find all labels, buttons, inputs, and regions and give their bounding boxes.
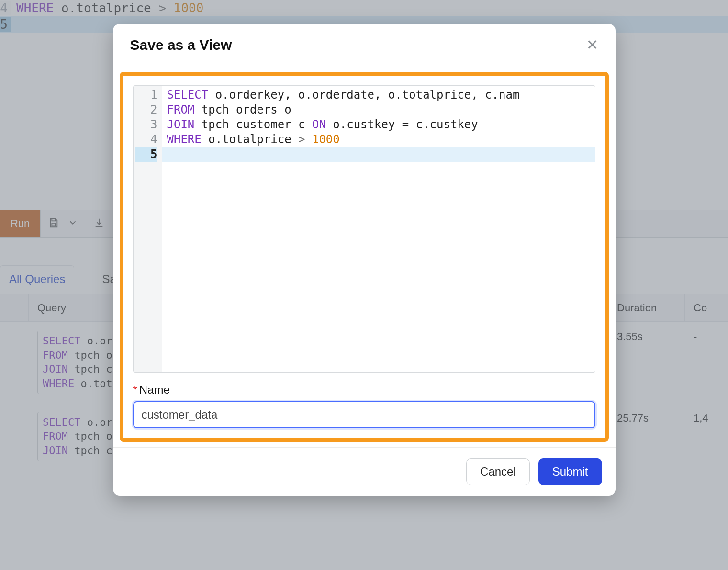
sql-preview-code: SELECT o.orderkey, o.orderdate, o.totalp… xyxy=(162,86,595,372)
name-field-label: *Name xyxy=(133,383,595,397)
dialog-body-highlight: 12345 SELECT o.orderkey, o.orderdate, o.… xyxy=(120,72,609,442)
code-line: FROM tpch_orders o xyxy=(162,103,595,117)
view-name-input[interactable] xyxy=(133,401,595,428)
dialog-header: Save as a View ✕ xyxy=(113,24,616,66)
required-asterisk: * xyxy=(133,383,137,396)
code-line: JOIN tpch_customer c ON o.custkey = c.cu… xyxy=(162,117,595,132)
cancel-button[interactable]: Cancel xyxy=(466,458,530,485)
code-line: SELECT o.orderkey, o.orderdate, o.totalp… xyxy=(162,88,595,103)
line-number: 5 xyxy=(135,147,157,162)
code-line: WHERE o.totalprice > 1000 xyxy=(162,132,595,147)
line-number: 2 xyxy=(135,103,157,117)
line-number: 4 xyxy=(135,132,157,147)
line-number-gutter: 12345 xyxy=(134,86,162,372)
submit-button[interactable]: Submit xyxy=(538,458,602,485)
line-number: 1 xyxy=(135,88,157,103)
save-view-dialog: Save as a View ✕ 12345 SELECT o.orderkey… xyxy=(113,24,616,496)
dialog-footer: Cancel Submit xyxy=(113,447,616,496)
close-icon: ✕ xyxy=(586,37,598,53)
dialog-title: Save as a View xyxy=(130,37,232,53)
line-number: 3 xyxy=(135,117,157,132)
sql-preview-editor[interactable]: 12345 SELECT o.orderkey, o.orderdate, o.… xyxy=(133,85,595,373)
modal-overlay[interactable]: Save as a View ✕ 12345 SELECT o.orderkey… xyxy=(0,0,728,570)
code-line xyxy=(162,147,595,162)
close-button[interactable]: ✕ xyxy=(586,36,598,53)
